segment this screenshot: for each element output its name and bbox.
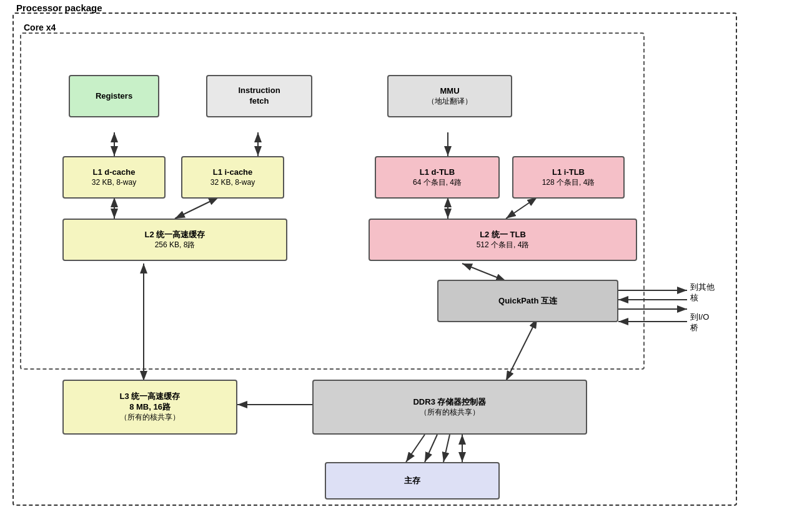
instruction-fetch-line2: fetch (249, 96, 269, 107)
l3-cache-line1: L3 统一高速缓存 (120, 391, 181, 402)
l3-cache-line3: （所有的核共享） (120, 413, 180, 423)
main-memory-box: 主存 (325, 462, 500, 500)
l2-cache-line1: L2 统一高速缓存 (145, 230, 205, 240)
l3-cache-box: L3 统一高速缓存 8 MB, 16路 （所有的核共享） (62, 380, 237, 435)
l3-cache-line2: 8 MB, 16路 (129, 402, 171, 413)
side-label-io-bridge: 到I/O 桥 (690, 312, 709, 333)
mmu-line1: MMU (440, 86, 459, 97)
diagram-container: Processor package Core x4 (12, 12, 800, 506)
mmu-line2: （地址翻译） (427, 97, 472, 107)
l1-dcache-line2: 32 KB, 8-way (92, 178, 136, 188)
registers-box: Registers (69, 75, 159, 117)
l1-dcache-box: L1 d-cache 32 KB, 8-way (62, 156, 166, 199)
l1-dtlb-box: L1 d-TLB 64 个条目, 4路 (375, 156, 500, 199)
l1-icache-box: L1 i-cache 32 KB, 8-way (181, 156, 284, 199)
ddr3-box: DDR3 存储器控制器 （所有的核共享） (312, 380, 587, 435)
l2-cache-line2: 256 KB, 8路 (155, 240, 196, 250)
registers-label: Registers (96, 91, 132, 102)
l1-itlb-box: L1 i-TLB 128 个条目, 4路 (512, 156, 625, 199)
l2-tlb-line2: 512 个条目, 4路 (477, 240, 530, 250)
l2-tlb-box: L2 统一 TLB 512 个条目, 4路 (369, 219, 637, 261)
main-memory-label: 主存 (404, 476, 420, 486)
l1-itlb-line1: L1 i-TLB (552, 167, 585, 178)
core-label: Core x4 (24, 22, 56, 32)
ddr3-line2: （所有的核共享） (420, 408, 480, 418)
ddr3-line1: DDR3 存储器控制器 (413, 397, 486, 408)
side-label-other-cores: 到其他 核 (690, 282, 715, 303)
quickpath-line1: QuickPath 互连 (498, 296, 557, 307)
l1-dtlb-line2: 64 个条目, 4路 (413, 178, 462, 188)
l1-dcache-line1: L1 d-cache (93, 167, 136, 178)
mmu-box: MMU （地址翻译） (387, 75, 512, 117)
quickpath-box: QuickPath 互连 (437, 280, 618, 322)
instruction-fetch-box: Instruction fetch (206, 75, 312, 117)
l2-tlb-line1: L2 统一 TLB (480, 230, 526, 240)
l2-cache-box: L2 统一高速缓存 256 KB, 8路 (62, 219, 287, 261)
l1-itlb-line2: 128 个条目, 4路 (542, 178, 595, 188)
l1-dtlb-line1: L1 d-TLB (420, 167, 455, 178)
l1-icache-line1: L1 i-cache (213, 167, 253, 178)
instruction-fetch-line1: Instruction (238, 86, 280, 96)
processor-package-label: Processor package (16, 2, 102, 13)
l1-icache-line2: 32 KB, 8-way (210, 178, 255, 188)
